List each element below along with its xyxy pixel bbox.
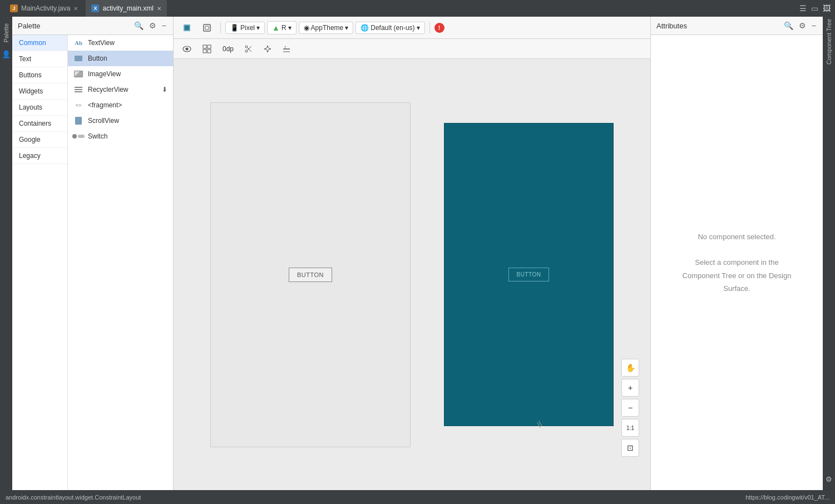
close-main-activity[interactable]: ✕	[73, 6, 78, 12]
eye-btn[interactable]	[178, 44, 196, 54]
baseline-btn[interactable]: T	[278, 43, 295, 55]
side-panel-icon[interactable]: 👤	[0, 48, 13, 61]
palette-item-textview[interactable]: Ab TextView	[68, 35, 173, 51]
attributes-settings-icon[interactable]: ⚙	[798, 20, 807, 31]
blueprint-icon	[202, 23, 211, 32]
apptheme-dropdown[interactable]: ◉ AppTheme ▾	[299, 22, 354, 34]
status-right: https://blog.codingwit/v01_AT...	[745, 494, 829, 501]
attributes-empty-line1: No component selected.	[698, 233, 775, 241]
status-left: androidx.constraintlayout.widget.Constra…	[6, 494, 141, 501]
pixel-label: Pixel	[240, 24, 255, 32]
menu-icon[interactable]: ☰	[799, 4, 807, 13]
palette-items: Ab TextView Button ImageView	[68, 35, 173, 490]
recyclerview-label: RecyclerView	[88, 86, 128, 93]
canvas-area[interactable]: BUTTON BUTTON // ✋ + − 1:1	[174, 59, 650, 490]
pan-btn[interactable]: ✋	[621, 359, 639, 377]
right-panel-icon[interactable]: ⚙	[823, 473, 834, 486]
attributes-empty: No component selected. Select a componen…	[683, 230, 792, 295]
category-text[interactable]: Text	[12, 51, 67, 67]
scrollview-label: ScrollView	[88, 117, 119, 125]
r-label: R	[281, 24, 286, 32]
button-icon	[73, 53, 83, 63]
blueprint-button: BUTTON	[289, 268, 332, 282]
blueprint-view-btn[interactable]	[198, 22, 216, 34]
status-bar: androidx.constraintlayout.widget.Constra…	[0, 490, 835, 504]
attributes-empty-line3: Component Tree or on the Design	[683, 271, 792, 280]
pixel-dropdown[interactable]: 📱 Pixel ▾	[225, 22, 265, 34]
tab-activity-main[interactable]: X activity_main.xml ✕	[86, 0, 166, 17]
attributes-close-icon[interactable]: −	[811, 20, 817, 31]
blueprint-toggle-btn[interactable]	[198, 43, 216, 55]
zoom-in-icon: +	[628, 383, 633, 392]
apptheme-label: AppTheme	[311, 24, 344, 32]
close-activity-main[interactable]: ✕	[157, 6, 161, 12]
zoom-ratio-btn[interactable]: 1:1	[621, 419, 639, 437]
r-dropdown[interactable]: ▲ R ▾	[267, 21, 297, 34]
zoom-ratio-label: 1:1	[626, 425, 634, 431]
palette-settings-icon[interactable]: ⚙	[148, 20, 157, 31]
category-common[interactable]: Common	[12, 35, 67, 51]
zoom-controls: ✋ + − 1:1 ⊡	[621, 359, 639, 457]
locale-chevron: ▾	[417, 24, 420, 32]
palette-item-imageview[interactable]: ImageView	[68, 66, 173, 82]
textview-icon: Ab	[73, 38, 83, 48]
download-icon[interactable]: ⬇	[162, 86, 167, 93]
design-toolbar: 📱 Pixel ▾ ▲ R ▾ ◉ AppTheme ▾ 🌐 Default (…	[174, 17, 650, 39]
xml-tab-icon: X	[91, 4, 99, 12]
category-buttons[interactable]: Buttons	[12, 67, 67, 83]
svg-marker-14	[264, 46, 271, 52]
svg-rect-3	[205, 26, 209, 29]
tab-main-activity[interactable]: J MainActivity.java ✕	[4, 0, 83, 17]
fragment-label: <fragment>	[88, 101, 122, 109]
palette-sidebar: Palette 🔍 ⚙ − Common Text Buttons Widget…	[12, 17, 174, 490]
svg-point-5	[186, 47, 189, 50]
palette-item-recyclerview[interactable]: RecyclerView ⬇	[68, 82, 173, 97]
gallery-icon[interactable]: 🖼	[823, 4, 831, 13]
category-layouts[interactable]: Layouts	[12, 100, 67, 116]
palette-search-icon[interactable]: 🔍	[133, 20, 145, 31]
fit-btn[interactable]: ⊡	[621, 439, 639, 457]
zoom-out-btn[interactable]: −	[621, 399, 639, 417]
switch-label: Switch	[88, 132, 107, 140]
scissors-icon	[245, 45, 253, 53]
imageview-label: ImageView	[88, 70, 121, 78]
svg-rect-1	[185, 26, 189, 30]
svg-point-11	[245, 50, 248, 52]
attributes-search-icon[interactable]: 🔍	[783, 20, 794, 31]
category-containers[interactable]: Containers	[12, 116, 67, 132]
java-tab-icon: J	[10, 4, 18, 12]
palette-close-icon[interactable]: −	[161, 20, 167, 31]
zero-dp-btn[interactable]: 0dp	[218, 43, 238, 55]
scrollview-icon	[73, 116, 83, 126]
design-toolbar2: 0dp T	[174, 39, 650, 59]
error-indicator[interactable]: !	[434, 23, 444, 33]
svg-rect-9	[207, 50, 211, 53]
design-view-btn[interactable]	[178, 22, 196, 34]
component-tree-tab[interactable]: Component Tree	[826, 19, 832, 65]
palette-item-button[interactable]: Button	[68, 51, 173, 66]
palette-item-fragment[interactable]: <> <fragment>	[68, 97, 173, 113]
palette-item-scrollview[interactable]: ScrollView	[68, 113, 173, 129]
grid-icon	[202, 45, 211, 53]
palette-title: Palette	[18, 22, 130, 30]
magic-btn[interactable]	[259, 43, 276, 55]
tab-activity-main-label: activity_main.xml	[102, 4, 153, 12]
attributes-empty-line2: Select a component in the	[695, 258, 778, 266]
locale-dropdown[interactable]: 🌐 Default (en-us) ▾	[355, 22, 424, 34]
zero-dp-label: 0dp	[223, 45, 234, 53]
palette-side-tab[interactable]: Palette	[2, 19, 11, 47]
category-widgets[interactable]: Widgets	[12, 83, 67, 100]
locale-icon: 🌐	[360, 24, 369, 32]
split-view-icon[interactable]: ▭	[811, 4, 818, 13]
zoom-in-btn[interactable]: +	[621, 379, 639, 397]
palette-item-switch[interactable]: Switch	[68, 129, 173, 144]
switch-icon	[73, 131, 83, 141]
category-google[interactable]: Google	[12, 132, 67, 148]
blueprint-view: BUTTON	[210, 102, 411, 447]
clear-btn[interactable]	[240, 43, 257, 55]
attributes-panel: Attributes 🔍 ⚙ − No component selected. …	[650, 17, 823, 490]
baseline-icon: T	[283, 45, 290, 53]
fragment-icon: <>	[73, 100, 83, 110]
toolbar-sep-2	[429, 22, 430, 33]
category-legacy[interactable]: Legacy	[12, 148, 67, 164]
